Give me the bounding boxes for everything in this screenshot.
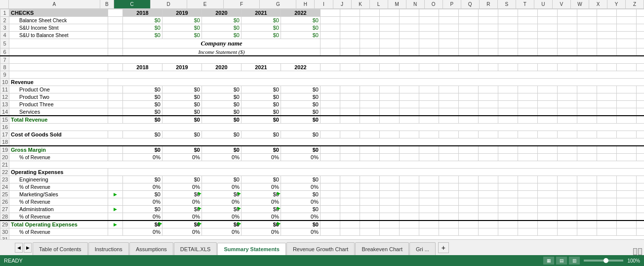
marketing-label[interactable]: Marketing/Sales bbox=[9, 191, 108, 198]
col-d-header[interactable]: D bbox=[151, 0, 187, 8]
tab-breakeven-chart[interactable]: Breakeven Chart bbox=[355, 242, 409, 255]
su-bs-label[interactable]: S&U to Balance Sheet bbox=[9, 32, 108, 39]
gm-pct-2019: 0% bbox=[162, 154, 202, 161]
tab-scroll-left[interactable] bbox=[633, 248, 637, 255]
tab-detail-xls[interactable]: DETAIL.XLS bbox=[174, 242, 217, 255]
tr-2019: $0 bbox=[162, 116, 202, 124]
eng-pct-2021: 0% bbox=[242, 183, 281, 191]
tab-gri[interactable]: Gri ... bbox=[409, 242, 436, 255]
product-three-label[interactable]: Product Three bbox=[9, 101, 108, 108]
col-k-header[interactable]: K bbox=[352, 0, 370, 8]
p3-2022: $0 bbox=[281, 101, 321, 108]
tab-table-of-contents[interactable]: Table of Contents bbox=[33, 242, 88, 255]
mkt-pct-2018: 0% bbox=[123, 198, 162, 206]
page-break-btn[interactable]: ▥ bbox=[569, 257, 580, 265]
eng-2022: $0 bbox=[281, 176, 321, 183]
engineering-label[interactable]: Engineering bbox=[9, 176, 108, 183]
col-p-header[interactable]: P bbox=[443, 0, 461, 8]
gm-2019: $0 bbox=[162, 146, 202, 154]
mkt-pct-2021: 0% bbox=[242, 198, 281, 206]
checks-label[interactable]: CHECKS bbox=[9, 9, 108, 17]
adm-pct-2018: 0% bbox=[123, 213, 162, 221]
adm-2019: $0▶ bbox=[162, 206, 202, 213]
tab-instructions[interactable]: Instructions bbox=[88, 242, 129, 255]
gm-pct-2020: 0% bbox=[202, 154, 242, 161]
row-5: 5 Company name bbox=[0, 39, 644, 48]
column-headers: A B C D E F G H I J K L M N O P Q R S T … bbox=[0, 0, 644, 9]
cogs-2018: $0 bbox=[123, 131, 162, 138]
adm-pct-2021: 0% bbox=[242, 213, 281, 221]
tab-assumptions[interactable]: Assumptions bbox=[129, 242, 173, 255]
col-b-header[interactable]: B bbox=[100, 0, 114, 8]
topex-pct-2020: 0% bbox=[202, 228, 242, 236]
adm-2021: $0▶ bbox=[242, 206, 281, 213]
col-n-header[interactable]: N bbox=[406, 0, 425, 8]
balance-sheet-check-label[interactable]: Balance Sheet Check bbox=[9, 17, 108, 24]
svc-2019: $0 bbox=[162, 108, 202, 116]
col-r-header[interactable]: R bbox=[480, 0, 498, 8]
topex-2022: $0 bbox=[281, 221, 321, 228]
su-2021: $0 bbox=[242, 24, 281, 32]
col-u-header[interactable]: U bbox=[534, 0, 553, 8]
col-f-header[interactable]: F bbox=[224, 0, 260, 8]
col-x-header[interactable]: X bbox=[589, 0, 607, 8]
row-25: 25 Marketing/Sales ▶ $0 $0▶ $0▶ $0▶ $0 bbox=[0, 191, 644, 198]
checks-year-2021: 2021 bbox=[242, 9, 281, 17]
income-statement-subtitle: Income Statement ($) bbox=[123, 48, 321, 56]
su-2022: $0 bbox=[281, 24, 321, 32]
subs-2021: $0 bbox=[242, 32, 281, 39]
tr-2021: $0 bbox=[242, 116, 281, 124]
adm-pct-label: % of Revenue bbox=[9, 213, 108, 221]
row-19: 19 Gross Margin $0 $0 $0 $0 $0 bbox=[0, 146, 644, 154]
row-31: 31 bbox=[0, 236, 644, 240]
col-g-header[interactable]: G bbox=[260, 0, 296, 8]
col-t-header[interactable]: T bbox=[516, 0, 534, 8]
add-sheet-button[interactable]: + bbox=[438, 242, 449, 253]
col-a-header[interactable]: A bbox=[9, 0, 100, 8]
admin-label[interactable]: Administration bbox=[9, 206, 108, 213]
row-16: 16 bbox=[0, 124, 644, 131]
col-l-header[interactable]: L bbox=[370, 0, 388, 8]
col-j-header[interactable]: J bbox=[333, 0, 352, 8]
topex-pct-2021: 0% bbox=[242, 228, 281, 236]
services-label[interactable]: Services bbox=[9, 108, 108, 116]
checks-year-2020: 2020 bbox=[202, 9, 242, 17]
tab-scroll-right[interactable] bbox=[638, 248, 642, 255]
col-m-header[interactable]: M bbox=[388, 0, 406, 8]
col-c-header[interactable]: C bbox=[114, 0, 151, 8]
tab-nav-next[interactable]: ▶ bbox=[24, 243, 32, 253]
col-s-header[interactable]: S bbox=[498, 0, 516, 8]
col-z-header[interactable]: Z bbox=[626, 0, 644, 8]
mkt-pct-2020: 0% bbox=[202, 198, 242, 206]
row-9: 9 bbox=[0, 71, 644, 79]
product-one-label[interactable]: Product One bbox=[9, 86, 108, 93]
col-w-header[interactable]: W bbox=[571, 0, 589, 8]
tab-revenue-growth-chart[interactable]: Revenue Growth Chart bbox=[286, 242, 355, 255]
year-header-2021: 2021 bbox=[242, 64, 281, 71]
su-income-stmt-label[interactable]: S&U Income Stmt bbox=[9, 24, 108, 32]
gm-pct-label: % of Revenue bbox=[9, 154, 108, 161]
col-y-header[interactable]: Y bbox=[607, 0, 626, 8]
su-2018: $0 bbox=[123, 24, 162, 32]
subs-2022: $0 bbox=[281, 32, 321, 39]
tab-nav-prev[interactable]: ◀ bbox=[15, 243, 23, 253]
topex-2018: $0▶ bbox=[123, 221, 162, 228]
bsc-2018: $0 bbox=[123, 17, 162, 24]
col-q-header[interactable]: Q bbox=[461, 0, 480, 8]
col-o-header[interactable]: O bbox=[425, 0, 443, 8]
col-e-header[interactable]: E bbox=[187, 0, 224, 8]
page-layout-btn[interactable]: ▤ bbox=[556, 257, 567, 265]
normal-view-btn[interactable]: ▦ bbox=[543, 257, 554, 265]
row-18: 18 bbox=[0, 138, 644, 146]
p1-2022: $0 bbox=[281, 86, 321, 93]
product-two-label[interactable]: Product Two bbox=[9, 93, 108, 101]
tab-summary-statements[interactable]: Summary Statements bbox=[217, 243, 286, 256]
row-23: 23 Engineering $0 $0 $0 $0 $0 bbox=[0, 176, 644, 183]
zoom-slider[interactable] bbox=[584, 260, 623, 262]
mkt-2019: $0▶ bbox=[162, 191, 202, 198]
bsc-2019: $0 bbox=[162, 17, 202, 24]
col-h-header[interactable]: H bbox=[296, 0, 315, 8]
col-i-header[interactable]: I bbox=[315, 0, 333, 8]
col-v-header[interactable]: V bbox=[553, 0, 571, 8]
row-22: 22 Operating Expenses bbox=[0, 169, 644, 176]
